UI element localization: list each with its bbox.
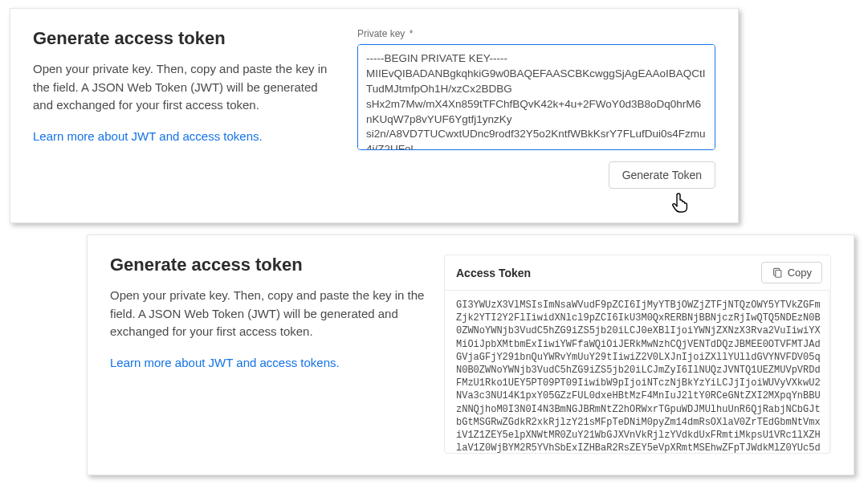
panel1-text-column: Generate access token Open your private … [33, 28, 338, 202]
access-token-title: Access Token [456, 267, 531, 279]
generate-token-panel-input: Generate access token Open your private … [10, 8, 739, 223]
svg-rect-1 [775, 270, 780, 277]
private-key-label: Private key * [357, 28, 715, 39]
instructions-text: Open your private key. Then, copy and pa… [33, 60, 338, 115]
panel2-token-column: Access Token Copy GI3YWU [444, 255, 831, 454]
generate-token-panel-output: Generate access token Open your private … [87, 234, 854, 475]
copy-button-label: Copy [788, 267, 812, 279]
page-title: Generate access token [33, 28, 338, 49]
copy-icon [772, 267, 783, 279]
private-key-label-text: Private key [357, 28, 405, 39]
required-asterisk: * [410, 28, 414, 39]
token-scrollbar[interactable] [829, 291, 830, 453]
access-token-header: Access Token Copy [445, 255, 830, 291]
panel2-text-column: Generate access token Open your private … [110, 255, 425, 454]
page-title: Generate access token [110, 255, 425, 275]
access-token-box: Access Token Copy GI3YWU [444, 255, 831, 454]
learn-more-link[interactable]: Learn more about JWT and access tokens. [33, 129, 338, 143]
learn-more-link[interactable]: Learn more about JWT and access tokens. [110, 356, 425, 369]
generate-token-button[interactable]: Generate Token [609, 161, 715, 189]
copy-button[interactable]: Copy [761, 262, 822, 283]
instructions-text: Open your private key. Then, copy and pa… [110, 287, 425, 341]
panel1-form-column: Private key * Generate Token [357, 28, 715, 202]
private-key-input[interactable] [357, 44, 715, 150]
access-token-value[interactable]: GI3YWUzX3VlMSIsImNsaWVudF9pZCI6IjMyYTBjO… [445, 291, 829, 453]
